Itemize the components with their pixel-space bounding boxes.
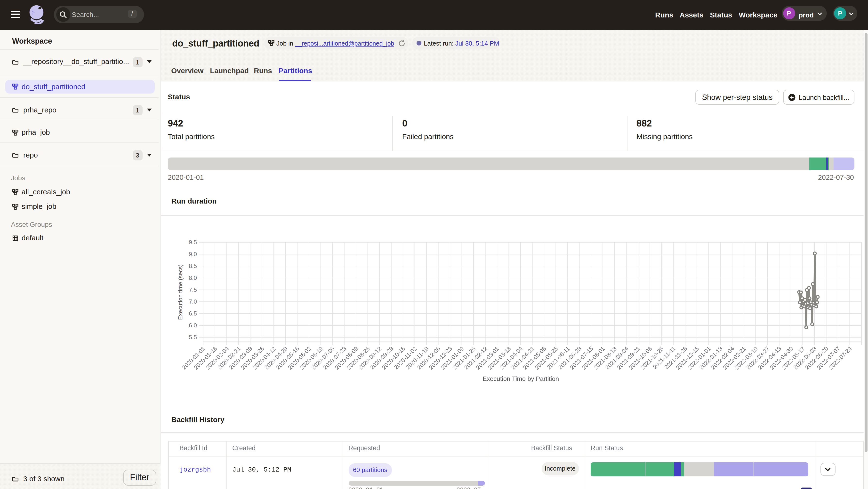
svg-text:7.0: 7.0 [189,298,197,305]
svg-text:9.5: 9.5 [189,239,197,246]
svg-text:8.0: 8.0 [189,274,197,281]
svg-text:6.5: 6.5 [189,310,197,317]
svg-text:8.5: 8.5 [189,263,197,269]
svg-text:Execution time (secs): Execution time (secs) [177,264,184,320]
svg-text:7.5: 7.5 [189,286,197,293]
svg-text:Execution Time by Partition: Execution Time by Partition [483,375,559,382]
svg-text:9.0: 9.0 [189,251,197,257]
svg-text:5.5: 5.5 [189,334,197,340]
svg-text:6.0: 6.0 [189,322,197,329]
